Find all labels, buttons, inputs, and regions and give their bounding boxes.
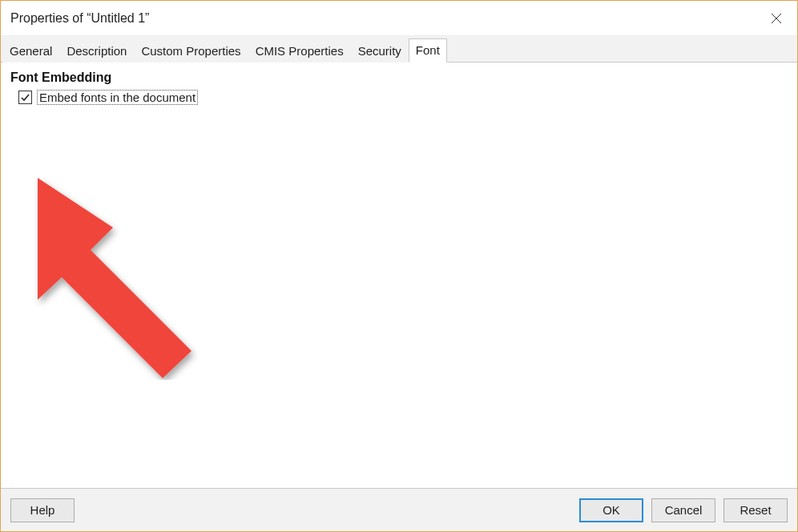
tab-cmis-properties[interactable]: CMIS Properties [248, 39, 351, 62]
close-button[interactable] [756, 1, 797, 36]
checkmark-icon [20, 92, 30, 103]
close-icon [771, 13, 782, 24]
properties-dialog: Properties of “Untitled 1” GeneralDescri… [0, 0, 798, 532]
embed-fonts-label[interactable]: Embed fonts in the document [37, 90, 198, 105]
annotation-arrow-icon [17, 171, 209, 380]
tab-row: GeneralDescriptionCustom PropertiesCMIS … [1, 36, 797, 62]
window-title: Properties of “Untitled 1” [10, 11, 149, 26]
embed-fonts-row: Embed fonts in the document [18, 90, 788, 105]
footer-right-group: OK Cancel Reset [579, 498, 788, 522]
tab-general[interactable]: General [2, 39, 59, 62]
titlebar: Properties of “Untitled 1” [1, 1, 797, 36]
section-heading-font-embedding: Font Embedding [10, 71, 788, 85]
cancel-button[interactable]: Cancel [651, 498, 715, 522]
reset-button[interactable]: Reset [723, 498, 788, 522]
tab-font[interactable]: Font [409, 38, 447, 62]
help-button[interactable]: Help [10, 498, 75, 522]
tab-custom-properties[interactable]: Custom Properties [134, 39, 248, 62]
dialog-footer: Help OK Cancel Reset [1, 488, 797, 531]
ok-button[interactable]: OK [579, 498, 643, 522]
tab-description[interactable]: Description [59, 39, 134, 62]
tab-security[interactable]: Security [351, 39, 409, 62]
embed-fonts-checkbox[interactable] [18, 91, 32, 104]
tab-content-font: Font Embedding Embed fonts in the docume… [1, 62, 797, 488]
